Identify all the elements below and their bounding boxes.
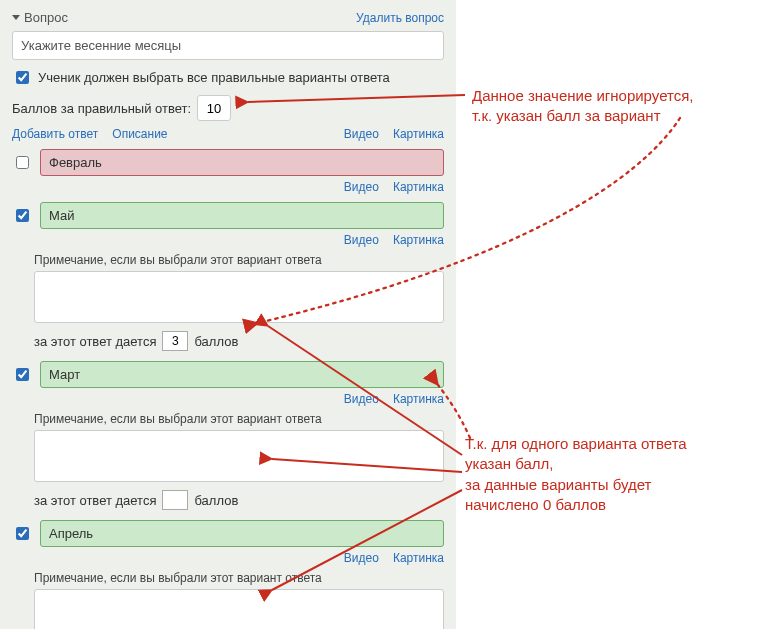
require-all-checkbox[interactable] [16, 71, 29, 84]
question-panel: Вопрос Удалить вопрос Укажите весенние м… [0, 0, 456, 629]
answer-image-link[interactable]: Картинка [393, 392, 444, 406]
answer-image-link[interactable]: Картинка [393, 180, 444, 194]
score-row: за этот ответ дается баллов [34, 490, 444, 510]
description-link[interactable]: Описание [112, 127, 167, 141]
score-prefix: за этот ответ дается [34, 493, 156, 508]
question-label: Вопрос [24, 10, 68, 25]
points-row: Баллов за правильный ответ: [12, 95, 444, 121]
delete-question-link[interactable]: Удалить вопрос [356, 11, 444, 25]
answer-block: Май Видео Картинка Примечание, если вы в… [12, 202, 444, 351]
image-link[interactable]: Картинка [393, 127, 444, 141]
answer-video-link[interactable]: Видео [344, 233, 379, 247]
score-suffix: баллов [194, 493, 238, 508]
answer-checkbox[interactable] [16, 156, 29, 169]
answer-text-input[interactable]: Апрель [40, 520, 444, 547]
answer-block: Апрель Видео Картинка Примечание, если в… [12, 520, 444, 629]
answer-image-link[interactable]: Картинка [393, 233, 444, 247]
answer-video-link[interactable]: Видео [344, 180, 379, 194]
note-label: Примечание, если вы выбрали этот вариант… [34, 253, 444, 267]
answer-checkbox[interactable] [16, 527, 29, 540]
add-answer-link[interactable]: Добавить ответ [12, 127, 98, 141]
caret-down-icon [12, 15, 20, 20]
question-header: Вопрос Удалить вопрос [12, 8, 444, 31]
note-label: Примечание, если вы выбрали этот вариант… [34, 412, 444, 426]
answer-video-link[interactable]: Видео [344, 551, 379, 565]
points-label: Баллов за правильный ответ: [12, 101, 191, 116]
answer-checkbox[interactable] [16, 368, 29, 381]
answer-block: Март Видео Картинка Примечание, если вы … [12, 361, 444, 510]
answer-text-input[interactable]: Май [40, 202, 444, 229]
answer-text-input[interactable]: Февраль [40, 149, 444, 176]
annotation-bottom: Т.к. для одного варианта ответа указан б… [465, 434, 687, 515]
score-prefix: за этот ответ дается [34, 334, 156, 349]
require-all-row[interactable]: Ученик должен выбрать все правильные вар… [12, 68, 444, 87]
answer-checkbox[interactable] [16, 209, 29, 222]
answer-text-input[interactable]: Март [40, 361, 444, 388]
score-input[interactable] [162, 490, 188, 510]
score-suffix: баллов [194, 334, 238, 349]
question-text-input[interactable]: Укажите весенние месяцы [12, 31, 444, 60]
answer-video-link[interactable]: Видео [344, 392, 379, 406]
question-title[interactable]: Вопрос [12, 10, 68, 25]
answer-image-link[interactable]: Картинка [393, 551, 444, 565]
note-textarea[interactable] [34, 430, 444, 482]
note-label: Примечание, если вы выбрали этот вариант… [34, 571, 444, 585]
require-all-label: Ученик должен выбрать все правильные вар… [38, 70, 390, 85]
score-input[interactable] [162, 331, 188, 351]
score-row: за этот ответ дается баллов [34, 331, 444, 351]
points-input[interactable] [197, 95, 231, 121]
video-link[interactable]: Видео [344, 127, 379, 141]
question-links-row: Добавить ответ Описание Видео Картинка [12, 127, 444, 141]
note-textarea[interactable] [34, 589, 444, 629]
annotation-top: Данное значение игнорируется, т.к. указа… [472, 86, 693, 127]
answer-block: Февраль Видео Картинка [12, 149, 444, 198]
note-textarea[interactable] [34, 271, 444, 323]
